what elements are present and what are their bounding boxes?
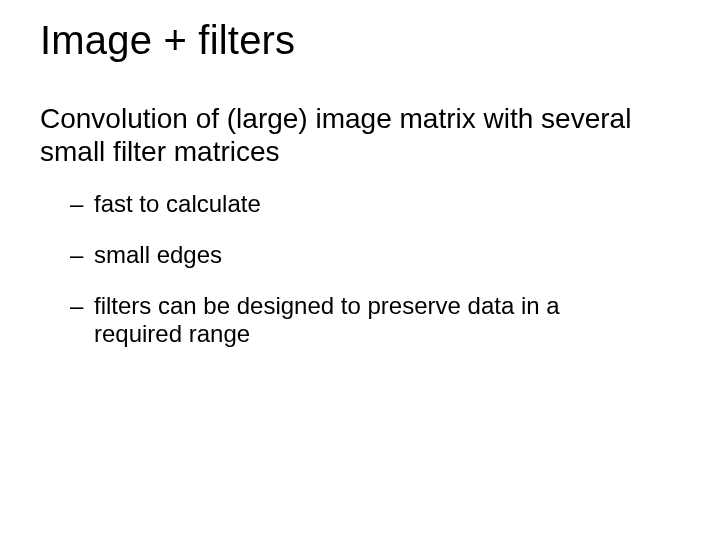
bullet-list: fast to calculate small edges filters ca… — [70, 190, 680, 349]
list-item: small edges — [70, 241, 654, 270]
slide-title: Image + filters — [40, 18, 680, 62]
slide-body: Convolution of (large) image matrix with… — [40, 102, 680, 168]
list-item: fast to calculate — [70, 190, 654, 219]
slide: Image + filters Convolution of (large) i… — [0, 0, 720, 540]
list-item: filters can be designed to preserve data… — [70, 292, 654, 350]
